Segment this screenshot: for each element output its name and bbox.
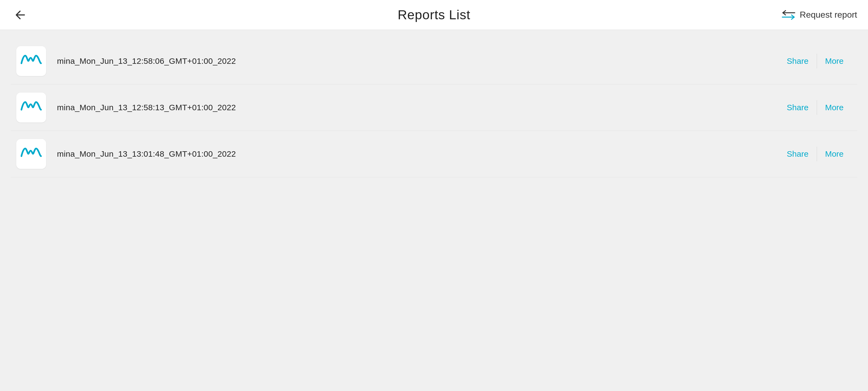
report-actions: Share More	[779, 100, 852, 115]
report-waveform-icon	[20, 146, 42, 162]
report-waveform-icon	[20, 100, 42, 116]
reports-list: mina_Mon_Jun_13_12:58:06_GMT+01:00_2022 …	[0, 30, 868, 186]
report-waveform-icon	[20, 53, 42, 69]
request-report-button[interactable]: Request report	[782, 10, 857, 20]
more-button[interactable]: More	[817, 100, 852, 115]
report-item: mina_Mon_Jun_13_12:58:06_GMT+01:00_2022 …	[11, 38, 857, 84]
share-button[interactable]: Share	[779, 147, 817, 161]
report-icon-wrapper	[16, 92, 46, 122]
report-actions: Share More	[779, 54, 852, 68]
report-name: mina_Mon_Jun_13_12:58:06_GMT+01:00_2022	[57, 56, 773, 66]
page-title: Reports List	[398, 7, 470, 22]
request-report-label: Request report	[800, 10, 857, 20]
request-arrows-icon	[782, 10, 795, 20]
request-report-icon	[782, 10, 795, 20]
report-icon-wrapper	[16, 46, 46, 76]
more-button[interactable]: More	[817, 147, 852, 161]
back-button[interactable]	[11, 7, 30, 23]
share-button[interactable]: Share	[779, 100, 817, 115]
report-name: mina_Mon_Jun_13_13:01:48_GMT+01:00_2022	[57, 149, 773, 159]
report-item: mina_Mon_Jun_13_13:01:48_GMT+01:00_2022 …	[11, 131, 857, 177]
report-icon-wrapper	[16, 139, 46, 169]
share-button[interactable]: Share	[779, 54, 817, 68]
more-button[interactable]: More	[817, 54, 852, 68]
header: Reports List Request report	[0, 0, 868, 30]
report-item: mina_Mon_Jun_13_12:58:13_GMT+01:00_2022 …	[11, 84, 857, 131]
report-actions: Share More	[779, 147, 852, 161]
back-arrow-icon	[13, 9, 27, 20]
report-name: mina_Mon_Jun_13_12:58:13_GMT+01:00_2022	[57, 103, 773, 112]
